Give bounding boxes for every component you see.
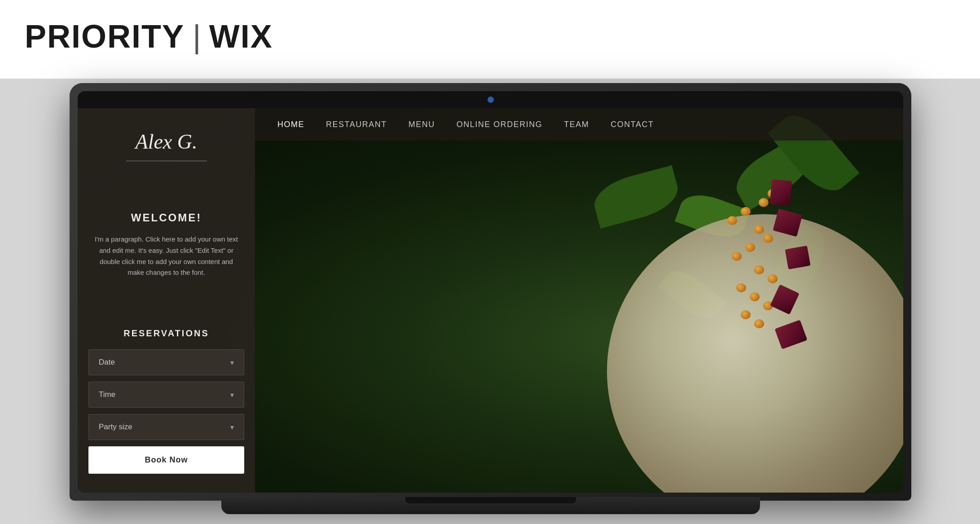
nav-item-home[interactable]: HOME — [277, 120, 304, 129]
food-item — [736, 283, 746, 292]
food-plate — [607, 214, 903, 493]
nav-item-online-ordering[interactable]: Online Ordering — [457, 120, 543, 129]
chevron-down-icon: ▾ — [230, 423, 234, 432]
laptop-shell: Alex G. WELCOME! I'm a paragraph. Click … — [70, 83, 911, 501]
screen-content: Alex G. WELCOME! I'm a paragraph. Click … — [78, 108, 903, 493]
book-now-button[interactable]: Book Now — [88, 446, 244, 474]
food-item — [763, 234, 773, 243]
food-item — [741, 310, 751, 319]
navigation-bar: HOME RESTAURANT MENU Online Ordering TEA… — [255, 108, 903, 141]
left-sidebar-panel: Alex G. WELCOME! I'm a paragraph. Click … — [78, 108, 255, 493]
nav-item-restaurant[interactable]: RESTAURANT — [326, 120, 387, 129]
food-item — [727, 216, 737, 225]
food-item — [741, 207, 751, 216]
welcome-body-text: I'm a paragraph. Click here to add your … — [91, 234, 242, 278]
laptop-base — [221, 497, 760, 514]
laptop-mockup: Alex G. WELCOME! I'm a paragraph. Click … — [70, 83, 911, 514]
welcome-section: WELCOME! I'm a paragraph. Click here to … — [78, 211, 255, 278]
party-size-label: Party size — [99, 423, 132, 432]
nav-item-team[interactable]: TEAM — [564, 120, 589, 129]
restaurant-logo-area: Alex G. — [78, 130, 255, 161]
food-item — [750, 292, 760, 301]
nav-item-contact[interactable]: CONTACT — [611, 120, 654, 129]
nav-item-menu[interactable]: MENU — [409, 120, 435, 129]
reservations-title: RESERVATIONS — [88, 328, 244, 339]
chevron-down-icon: ▾ — [230, 391, 234, 399]
leaf-decoration — [589, 165, 683, 229]
food-item — [759, 198, 769, 207]
welcome-title: WELCOME! — [91, 211, 242, 224]
logo-divider: | — [193, 18, 201, 55]
logo-underline — [126, 161, 207, 161]
brand-logo: PRIORITY | WIX — [25, 18, 273, 55]
food-item — [754, 319, 764, 328]
food-item — [785, 246, 810, 269]
food-item — [732, 252, 742, 261]
logo-wix-text: WIX — [209, 18, 273, 55]
time-select[interactable]: Time ▾ — [88, 382, 244, 408]
food-item — [754, 265, 764, 274]
date-select[interactable]: Date ▾ — [88, 349, 244, 375]
laptop-base-notch — [405, 497, 576, 503]
reservations-section: RESERVATIONS Date ▾ Time ▾ — [78, 328, 255, 474]
food-item — [754, 225, 764, 234]
top-logo-area: PRIORITY | WIX — [0, 0, 980, 79]
nav-items-container: HOME RESTAURANT MENU Online Ordering TEA… — [277, 120, 654, 129]
food-visual — [309, 108, 903, 493]
time-label: Time — [99, 390, 115, 399]
chevron-down-icon: ▾ — [230, 358, 234, 367]
food-item — [770, 179, 792, 206]
date-label: Date — [99, 358, 115, 367]
restaurant-name: Alex G. — [78, 130, 255, 154]
camera-dot — [488, 97, 494, 103]
laptop-screen-bezel: Alex G. WELCOME! I'm a paragraph. Click … — [78, 91, 903, 493]
party-size-select[interactable]: Party size ▾ — [88, 414, 244, 440]
food-item — [745, 243, 755, 252]
logo-priority-text: PRIORITY — [25, 18, 185, 55]
food-item — [768, 274, 778, 283]
